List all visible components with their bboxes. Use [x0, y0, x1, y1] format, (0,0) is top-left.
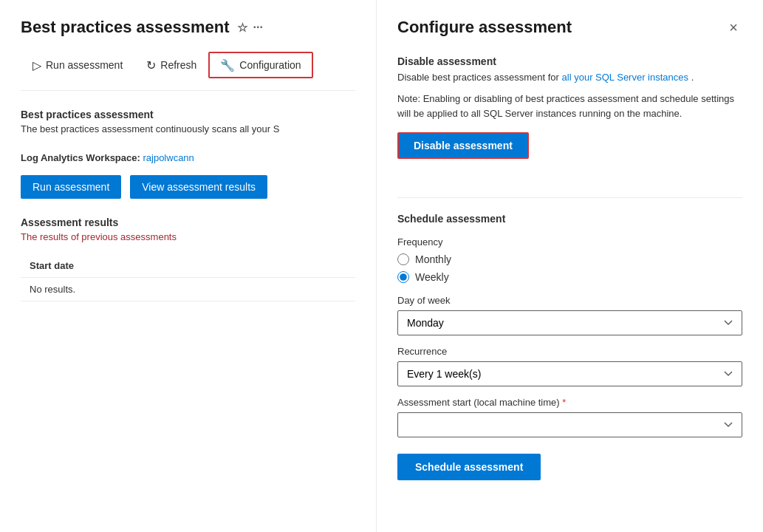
disable-desc: Disable best practices assessment for al…	[397, 72, 742, 83]
weekly-radio[interactable]	[397, 271, 409, 283]
refresh-button[interactable]: ↻ Refresh	[134, 52, 208, 78]
frequency-label: Frequency	[397, 236, 742, 248]
refresh-label: Refresh	[160, 59, 196, 71]
note-box: Note: Enabling or disabling of best prac…	[397, 92, 742, 120]
note-text: Note: Enabling or disabling of best prac…	[397, 93, 734, 119]
start-label-text: Assessment start (local machine time)	[397, 397, 560, 408]
section1-desc-text: The best practices assessment continuous…	[21, 123, 279, 134]
workspace-line: Log Analytics Workspace: rajpolwcann	[21, 152, 355, 163]
action-buttons: Run assessment View assessment results	[21, 175, 355, 199]
section1-desc: The best practices assessment continuous…	[21, 123, 355, 134]
configuration-label: Configuration	[239, 59, 301, 71]
recurrence-label: Recurrence	[397, 346, 742, 357]
more-icon[interactable]: ···	[253, 21, 263, 34]
refresh-icon: ↻	[146, 58, 156, 72]
run-assessment-button[interactable]: ▷ Run assessment	[21, 52, 134, 78]
view-results-button[interactable]: View assessment results	[130, 175, 267, 199]
toolbar: ▷ Run assessment ↻ Refresh 🔧 Configurati…	[21, 52, 355, 91]
monthly-radio[interactable]	[397, 253, 409, 265]
disable-desc-text: Disable best practices assessment for	[397, 72, 559, 83]
best-practices-section: Best practices assessment The best pract…	[21, 109, 355, 134]
disable-desc-end: .	[691, 72, 694, 83]
weekly-radio-item[interactable]: Weekly	[397, 271, 742, 283]
workspace-label: Log Analytics Workspace:	[21, 152, 140, 163]
star-icon[interactable]: ☆	[237, 21, 247, 35]
page-title: Best practices assessment ☆ ···	[21, 18, 355, 37]
schedule-section: Schedule assessment Frequency Monthly We…	[397, 213, 742, 480]
monthly-label: Monthly	[415, 253, 451, 265]
left-panel: Best practices assessment ☆ ··· ▷ Run as…	[0, 0, 377, 532]
frequency-radio-group: Monthly Weekly	[397, 253, 742, 283]
panel-header: Configure assessment ×	[397, 18, 742, 38]
panel-title: Configure assessment	[397, 18, 572, 37]
day-of-week-label: Day of week	[397, 295, 742, 306]
assessment-start-select[interactable]	[397, 412, 742, 437]
required-star: *	[562, 397, 566, 408]
disable-section: Disable assessment Disable best practice…	[397, 55, 742, 180]
close-button[interactable]: ×	[725, 18, 742, 38]
disable-section-title: Disable assessment	[397, 55, 742, 67]
weekly-label: Weekly	[415, 271, 449, 283]
day-of-week-select[interactable]: Monday Tuesday Wednesday Thursday Friday…	[397, 310, 742, 335]
configuration-button[interactable]: 🔧 Configuration	[208, 52, 312, 78]
section1-title: Best practices assessment	[21, 109, 355, 120]
config-icon: 🔧	[220, 58, 235, 72]
page-title-icons: ☆ ···	[237, 21, 263, 35]
right-panel: Configure assessment × Disable assessmen…	[377, 0, 763, 532]
play-icon: ▷	[32, 58, 41, 72]
schedule-assessment-button[interactable]: Schedule assessment	[397, 454, 541, 480]
page-title-text: Best practices assessment	[21, 18, 230, 37]
table-column-header: Start date	[21, 254, 355, 278]
disable-highlight: all your SQL Server instances	[562, 72, 688, 83]
schedule-section-title: Schedule assessment	[397, 213, 742, 225]
results-title: Assessment results	[21, 216, 355, 228]
results-desc: The results of previous assessments	[21, 231, 355, 242]
section-divider	[397, 197, 742, 198]
table-empty-row: No results.	[21, 278, 355, 301]
run-assessment-main-button[interactable]: Run assessment	[21, 175, 121, 199]
run-assessment-label: Run assessment	[46, 59, 123, 71]
monthly-radio-item[interactable]: Monthly	[397, 253, 742, 265]
workspace-value: rajpolwcann	[143, 152, 194, 163]
start-time-label: Assessment start (local machine time) *	[397, 397, 742, 408]
disable-assessment-button[interactable]: Disable assessment	[397, 132, 529, 159]
recurrence-select[interactable]: Every 1 week(s) Every 2 week(s) Every 3 …	[397, 361, 742, 386]
